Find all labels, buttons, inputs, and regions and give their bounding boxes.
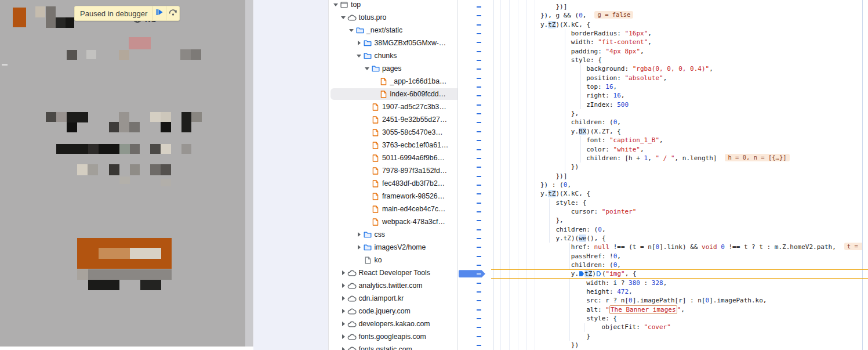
tree-item--app-1c66d1ba-[interactable]: _app-1c66d1ba… xyxy=(329,75,457,88)
page-block xyxy=(161,164,171,175)
code-line[interactable]: children: (0, xyxy=(458,261,868,269)
code-line[interactable]: src: r ? n[0].imagePath[r] : n[0].imageP… xyxy=(458,296,868,305)
code-line[interactable]: passHref: !0, xyxy=(458,252,868,261)
tree-item-1907-ad5c27c3b3-[interactable]: 1907-ad5c27c3b3… xyxy=(329,100,457,113)
tree-item-framework-98526-[interactable]: framework-98526… xyxy=(329,190,457,203)
code-line[interactable]: alt: "The Banner images", xyxy=(458,305,868,314)
tree-item-2451-9e32b55d27-[interactable]: 2451-9e32b55d27… xyxy=(329,113,457,126)
code-line[interactable]: style: { xyxy=(458,314,868,323)
tree-item-totus-pro[interactable]: totus.pro xyxy=(329,11,457,24)
code-token: "4px 8px" xyxy=(605,48,640,55)
tree-expand-arrow[interactable] xyxy=(347,27,355,34)
code-line[interactable]: })] xyxy=(458,2,868,11)
tree-expand-arrow[interactable] xyxy=(355,39,363,46)
inline-breakpoint-marker[interactable] xyxy=(597,271,601,276)
tree-item-analytics-twitter-com[interactable]: analytics.twitter.com xyxy=(329,279,457,292)
tree-item-label: 2451-9e32b55d27… xyxy=(382,116,447,124)
code-line[interactable]: style: { xyxy=(458,56,868,64)
tree-item-chunks[interactable]: chunks xyxy=(329,49,457,62)
page-block xyxy=(109,122,119,132)
tree-expand-arrow[interactable] xyxy=(340,14,347,21)
tree-item-top[interactable]: top xyxy=(329,0,457,11)
tree-item-label: 3055-58c5470e3… xyxy=(382,128,443,136)
source-editor[interactable]: })]}), g && (0,g = falsey.tZ)(X.kC, {bor… xyxy=(458,0,868,350)
tree-item-imagesv2-home[interactable]: imagesV2/home xyxy=(329,241,457,254)
code-line[interactable]: zIndex: 500 xyxy=(458,100,868,109)
code-line[interactable]: y.tZ)(X.kC, { xyxy=(458,189,868,198)
tree-item-ko[interactable]: ko xyxy=(329,254,457,266)
tree-expand-arrow[interactable] xyxy=(355,52,363,59)
code-line[interactable]: background: "rgba(0, 0, 0, 0.4)", xyxy=(458,64,868,73)
page-block xyxy=(181,112,191,132)
tree-item-react-developer-tools[interactable]: React Developer Tools xyxy=(329,266,457,279)
tree-expand-arrow[interactable] xyxy=(332,1,339,8)
tree-expand-arrow[interactable] xyxy=(340,282,347,289)
tree-item-code-jquery-com[interactable]: code.jquery.com xyxy=(329,305,457,317)
code-line[interactable]: style: { xyxy=(458,199,868,207)
execution-line[interactable]: y.tZ)("img", { xyxy=(458,269,868,278)
tree-expand-arrow[interactable] xyxy=(340,295,347,302)
tree-expand-arrow[interactable] xyxy=(355,231,363,238)
code-line[interactable]: }) xyxy=(458,163,868,171)
code-line[interactable]: top: 16, xyxy=(458,82,868,91)
tree-item-cdn-iamport-kr[interactable]: cdn.iamport.kr xyxy=(329,292,457,305)
code-line[interactable]: y.BX)(X.ZT, { xyxy=(458,127,868,136)
code-line[interactable]: borderRadius: "16px", xyxy=(458,29,868,38)
tree-item-webpack-478a3cf-[interactable]: webpack-478a3cf… xyxy=(329,215,457,228)
code-token: 0 xyxy=(629,297,633,304)
code-line[interactable]: cursor: "pointer" xyxy=(458,207,868,216)
code-line[interactable]: height: 472, xyxy=(458,287,868,296)
tree-item-3763-ecbc1ef0a61-[interactable]: 3763-ecbc1ef0a61… xyxy=(329,139,457,151)
tree-expand-arrow[interactable] xyxy=(340,269,347,276)
code-line[interactable]: } xyxy=(458,332,868,341)
code-line[interactable]: font: "caption_1_B", xyxy=(458,136,868,145)
page-scrollbar-track[interactable] xyxy=(245,0,253,347)
tree-item-38mgzbxf05gmxw-[interactable]: 38MGZBxf05GMxw-… xyxy=(329,37,457,49)
code-line[interactable]: }) : (0, xyxy=(458,181,868,189)
code-line[interactable]: position: "absolute", xyxy=(458,74,868,82)
code-line[interactable]: y.tZ)(X.kC, { xyxy=(458,20,868,29)
code-line[interactable]: padding: "4px 8px", xyxy=(458,47,868,56)
step-over-button[interactable] xyxy=(166,6,179,20)
code-line[interactable]: width: "fit-content", xyxy=(458,38,868,46)
resume-script-button[interactable] xyxy=(152,6,166,20)
tree-item-pages[interactable]: pages xyxy=(329,62,457,75)
tree-item-fonts-gstatic-com[interactable]: fonts.gstatic.com xyxy=(329,343,457,350)
tree-item-7978-897f3a152fd-[interactable]: 7978-897f3a152fd… xyxy=(329,164,457,177)
tree-item-index-6b09fcdd-[interactable]: index-6b09fcdd… xyxy=(329,88,457,100)
code-line[interactable]: width: i ? 380 : 328, xyxy=(458,279,868,287)
tree-expand-arrow[interactable] xyxy=(340,320,347,327)
tree-item-developers-kakao-com[interactable]: developers.kakao.com xyxy=(329,317,457,330)
code-line[interactable]: color: "white", xyxy=(458,145,868,154)
tree-expand-arrow[interactable] xyxy=(340,308,347,315)
tree-item-3055-58c5470e3-[interactable]: 3055-58c5470e3… xyxy=(329,126,457,139)
tree-item--next-static[interactable]: _next/static xyxy=(329,24,457,37)
code-line[interactable]: })] xyxy=(458,172,868,181)
tree-expand-arrow[interactable] xyxy=(340,346,347,350)
code-line[interactable]: y.tZ)(we(), { xyxy=(458,234,868,243)
tree-expand-arrow[interactable] xyxy=(363,65,371,72)
code-line[interactable]: href: null !== (t = n[0].link) && void 0… xyxy=(458,243,868,251)
code-line[interactable]: }, xyxy=(458,216,868,225)
code-line[interactable]: objectFit: "cover" xyxy=(458,323,868,331)
code-line[interactable]: }) xyxy=(458,341,868,349)
code-line[interactable]: children: [h + 1, " / ", n.length]h = 0,… xyxy=(458,154,868,163)
tree-item-5011-6994a6f9b6-[interactable]: 5011-6994a6f9b6… xyxy=(329,151,457,164)
code-line[interactable]: }), g && (0,g = false xyxy=(458,11,868,20)
code-line[interactable]: }, xyxy=(458,109,868,118)
tree-item-css[interactable]: css xyxy=(329,228,457,241)
tree-item-fec483df-db3f7b2-[interactable]: fec483df-db3f7b2… xyxy=(329,177,457,190)
tree-item-fonts-googleapis-com[interactable]: fonts.googleapis.com xyxy=(329,330,457,343)
tree-expand-arrow[interactable] xyxy=(340,333,347,340)
code-token: "cover" xyxy=(644,323,670,331)
code-line[interactable]: children: (0, xyxy=(458,225,868,234)
code-line[interactable]: children: (0, xyxy=(458,118,868,127)
inline-breakpoint-marker-active[interactable] xyxy=(579,271,584,276)
tree-item-main-ed4ceb4c7c-[interactable]: main-ed4ceb4c7c… xyxy=(329,203,457,215)
code-line[interactable]: right: 16, xyxy=(458,91,868,100)
tree-expand-arrow[interactable] xyxy=(355,244,363,251)
code-token: "rgba(0, 0, 0, 0.4)" xyxy=(633,65,709,73)
editor-scrollbar-track[interactable] xyxy=(862,0,868,350)
code-token: height: xyxy=(586,288,617,295)
highlighted-token: tZ xyxy=(584,270,592,277)
